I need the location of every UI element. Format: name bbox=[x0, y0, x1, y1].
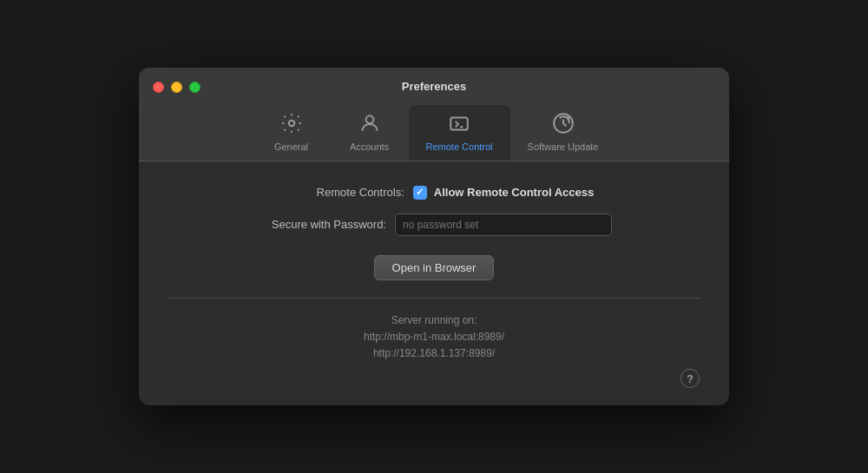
server-info: Server running on: http://mbp-m1-max.loc… bbox=[364, 312, 504, 363]
remote-controls-label: Remote Controls: bbox=[274, 186, 404, 199]
tab-accounts[interactable]: Accounts bbox=[331, 105, 409, 161]
tab-general[interactable]: General bbox=[253, 105, 331, 161]
remote-controls-row: Remote Controls: ✓ Allow Remote Control … bbox=[274, 186, 594, 200]
help-btn-row: ? bbox=[168, 369, 700, 388]
form-section: Remote Controls: ✓ Allow Remote Control … bbox=[139, 186, 729, 280]
tab-software-update[interactable]: Software Update bbox=[510, 105, 616, 161]
svg-point-0 bbox=[288, 120, 294, 126]
server-running-label: Server running on: bbox=[364, 312, 504, 329]
server-url-2: http://192.168.1.137:8989/ bbox=[364, 345, 504, 362]
preferences-window: Preferences General bbox=[139, 68, 729, 406]
tab-remote-control-label: Remote Control bbox=[426, 141, 493, 152]
help-icon: ? bbox=[687, 372, 694, 385]
toolbar: General Accounts bbox=[253, 105, 616, 161]
title-bar: Preferences General bbox=[139, 68, 729, 161]
allow-access-checkbox[interactable]: ✓ bbox=[413, 186, 427, 200]
tab-general-label: General bbox=[274, 141, 308, 152]
password-label: Secure with Password: bbox=[256, 218, 386, 231]
remote-control-icon bbox=[448, 112, 470, 138]
gear-icon bbox=[280, 112, 303, 138]
update-icon bbox=[552, 112, 575, 138]
server-url-1: http://mbp-m1-max.local:8989/ bbox=[364, 329, 504, 345]
svg-rect-2 bbox=[450, 117, 468, 129]
content-area: Remote Controls: ✓ Allow Remote Control … bbox=[139, 161, 729, 406]
password-input[interactable] bbox=[395, 214, 612, 236]
window-controls bbox=[153, 82, 201, 93]
maximize-button[interactable] bbox=[189, 82, 201, 93]
tab-accounts-label: Accounts bbox=[350, 141, 389, 152]
help-button[interactable]: ? bbox=[681, 369, 700, 388]
svg-point-1 bbox=[365, 115, 373, 123]
window-title: Preferences bbox=[402, 80, 466, 93]
close-button[interactable] bbox=[153, 82, 164, 93]
minimize-button[interactable] bbox=[171, 82, 182, 93]
allow-access-label: Allow Remote Control Access bbox=[434, 186, 594, 199]
tab-software-update-label: Software Update bbox=[528, 141, 599, 152]
section-divider bbox=[168, 298, 700, 299]
password-row: Secure with Password: bbox=[256, 214, 612, 236]
tab-remote-control[interactable]: Remote Control bbox=[409, 105, 510, 161]
open-in-browser-button[interactable]: Open in Browser bbox=[374, 255, 495, 280]
checkmark-icon: ✓ bbox=[416, 187, 424, 197]
person-icon bbox=[358, 112, 381, 138]
allow-access-toggle[interactable]: ✓ Allow Remote Control Access bbox=[413, 186, 594, 200]
